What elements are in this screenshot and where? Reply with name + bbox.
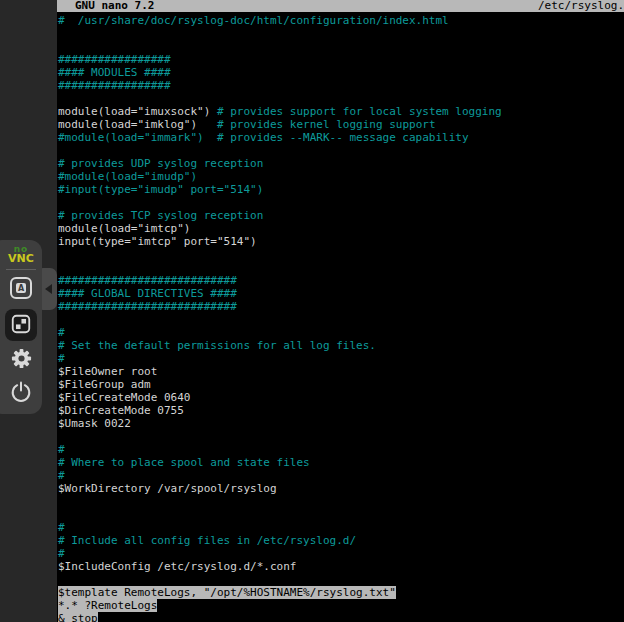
- power-button[interactable]: [8, 380, 34, 406]
- fullscreen-icon: [10, 313, 32, 338]
- editor-line: [57, 508, 624, 521]
- editor-line: [57, 248, 624, 261]
- editor-line: & stop: [57, 612, 624, 622]
- nano-filename: /etc/rsyslog.: [538, 0, 624, 12]
- nano-app-title: GNU nano 7.2: [75, 0, 154, 12]
- editor-line: $FileOwner root: [57, 365, 624, 378]
- divider: [6, 269, 36, 270]
- editor-line: #: [57, 547, 624, 560]
- editor-line: # provides TCP syslog reception: [57, 209, 624, 222]
- novnc-control-bar: no VNC A: [0, 240, 42, 414]
- editor-line: module(load="imklog") # provides kernel …: [57, 118, 624, 131]
- editor-line: [57, 144, 624, 157]
- editor-line: $WorkDirectory /var/spool/rsyslog: [57, 482, 624, 495]
- editor-line: [57, 430, 624, 443]
- editor-line: $FileGroup adm: [57, 378, 624, 391]
- nano-title-bar: GNU nano 7.2 /etc/rsyslog.: [57, 0, 624, 12]
- editor-line: #################: [57, 79, 624, 92]
- editor-line: #### MODULES ####: [57, 66, 624, 79]
- power-icon: [9, 380, 33, 407]
- editor-line: $IncludeConfig /etc/rsyslog.d/*.conf: [57, 560, 624, 573]
- editor-line: #module(load="immark") # provides --MARK…: [57, 131, 624, 144]
- editor-line: $template RemoteLogs, "/opt/%HOSTNAME%/r…: [57, 586, 624, 599]
- editor-line: # Include all config files in /etc/rsysl…: [57, 534, 624, 547]
- editor-line: #: [57, 521, 624, 534]
- editor-line: [57, 27, 624, 40]
- editor-line: # Set the default permissions for all lo…: [57, 339, 624, 352]
- editor-line: #: [57, 443, 624, 456]
- editor-line: #module(load="imudp"): [57, 170, 624, 183]
- editor-line: module(load="imuxsock") # provides suppo…: [57, 105, 624, 118]
- editor-line: #: [57, 469, 624, 482]
- editor-line: [57, 40, 624, 53]
- editor-line: #### GLOBAL DIRECTIVES ####: [57, 287, 624, 300]
- keyboard-button[interactable]: A: [9, 277, 33, 301]
- editor-line: #################: [57, 53, 624, 66]
- editor-line: ###########################: [57, 300, 624, 313]
- editor-line: $FileCreateMode 0640: [57, 391, 624, 404]
- editor-line: ###########################: [57, 274, 624, 287]
- editor-line: [57, 573, 624, 586]
- editor-line: $Umask 0022: [57, 417, 624, 430]
- editor-line: [57, 495, 624, 508]
- editor-line: *.* ?RemoteLogs: [57, 599, 624, 612]
- novnc-logo-bottom: VNC: [8, 253, 34, 264]
- editor-line: #input(type="imudp" port="514"): [57, 183, 624, 196]
- a-key-icon: A: [9, 276, 33, 303]
- editor-line: [57, 261, 624, 274]
- editor-line: $DirCreateMode 0755: [57, 404, 624, 417]
- editor-line: [57, 92, 624, 105]
- editor-line: # /usr/share/doc/rsyslog-doc/html/config…: [57, 14, 624, 27]
- terminal-window: GNU nano 7.2 /etc/rsyslog. # /usr/share/…: [57, 0, 624, 622]
- collapse-arrow-icon: [45, 284, 52, 294]
- editor-area[interactable]: # /usr/share/doc/rsyslog-doc/html/config…: [57, 12, 624, 622]
- editor-line: input(type="imtcp" port="514"): [57, 235, 624, 248]
- editor-line: module(load="imtcp"): [57, 222, 624, 235]
- editor-line: #: [57, 326, 624, 339]
- editor-line: # provides UDP syslog reception: [57, 157, 624, 170]
- editor-line: [57, 313, 624, 326]
- svg-text:A: A: [18, 283, 25, 292]
- fullscreen-button[interactable]: [5, 309, 37, 341]
- editor-line: #: [57, 352, 624, 365]
- gear-icon: [10, 347, 33, 373]
- editor-line: # Where to place spool and state files: [57, 456, 624, 469]
- editor-line: [57, 196, 624, 209]
- settings-button[interactable]: [9, 348, 33, 372]
- novnc-logo: no VNC: [8, 245, 34, 264]
